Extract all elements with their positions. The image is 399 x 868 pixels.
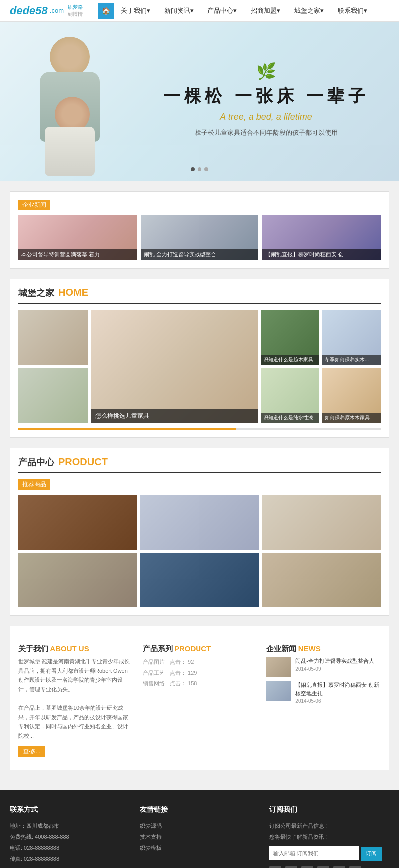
social-icon-weibo[interactable]: W <box>269 866 281 868</box>
product-item-6[interactable] <box>262 553 381 607</box>
nav-item-product[interactable]: 产品中心▾ <box>200 0 244 22</box>
home-right-item-4[interactable]: 如何保养原木木家具 <box>322 368 381 423</box>
about-us-title-en: ABOUT US <box>50 644 89 653</box>
footer-free-call: 免费热线: 4008-888-888 <box>10 831 130 842</box>
footer-social-icons: W Q D V M R <box>269 866 389 868</box>
about-us-desc: 世罗城堡·诞建是河南黄湖北千专业青少年成长具品牌，拥有看大利都市设计师Rober… <box>18 657 133 740</box>
company-news-badge: 企业新闻 <box>18 200 50 210</box>
home-right-item-1[interactable]: 识知道什么是趋木家具 <box>261 310 319 365</box>
nav-item-news[interactable]: 新闻资讯▾ <box>157 0 200 22</box>
product-item-2[interactable] <box>140 495 259 550</box>
home-castle-section: 城堡之家 HOME 怎么样挑选儿童家具 识知道什么是趋木家具 <box>10 279 389 438</box>
footer-link-1[interactable]: 织梦源码 <box>140 820 259 831</box>
product-list-item-1[interactable]: 产品图片 点击： 92 <box>143 657 257 668</box>
home-title-en: HOME <box>58 287 88 298</box>
nav-item-join[interactable]: 招商加盟▾ <box>244 0 287 22</box>
footer-address: 地址：四川成都都市 <box>10 820 130 831</box>
social-icon-mail[interactable]: M <box>333 866 345 868</box>
footer-link-2[interactable]: 技术支持 <box>140 831 259 842</box>
banner-figure <box>10 32 160 181</box>
footer-subscribe-form: 订阅 <box>269 846 389 861</box>
header: dede58 .com 织梦路 到博情 🏠 关于我们▾ 新闻资讯▾ 产品中心▾ … <box>0 0 399 22</box>
product-item-1[interactable] <box>18 495 137 550</box>
home-left-item-2[interactable] <box>18 368 88 423</box>
news-card-1-label: 本公司督导特训营圆满落幕 着力 <box>18 249 137 260</box>
home-main-feature[interactable]: 怎么样挑选儿童家具 <box>91 310 258 423</box>
social-icon-video[interactable]: V <box>317 866 329 868</box>
nav-item-contact[interactable]: 联系我们▾ <box>331 0 374 22</box>
product-section-header: 产品中心 PRODUCT <box>18 456 381 473</box>
home-progress-bar-container <box>18 428 381 430</box>
footer-subscribe-line2: 您将最快了解新品资讯！ <box>269 831 389 842</box>
banner-dot-1[interactable] <box>191 167 195 171</box>
product-list-item-3[interactable]: 销售网络 点击： 158 <box>143 678 257 689</box>
banner-text-block: 🌿 一棵松 一张床 一辈子 A tree, a bed, a lifetime … <box>163 62 369 137</box>
logo-com: .com <box>50 7 64 14</box>
footer-link-3[interactable]: 织梦模板 <box>140 842 259 853</box>
nav-home-icon[interactable]: 🏠 <box>98 3 114 19</box>
nav-item-about[interactable]: 关于我们▾ <box>114 0 157 22</box>
main-content: 企业新闻 本公司督导特训营圆满落幕 着力 闹乱-全力打造督导实战型整合 【闹乱直… <box>0 181 399 790</box>
product-badge: 推荐商品 <box>18 479 50 490</box>
enterprise-news-date-2: 2014-05-06 <box>295 698 381 704</box>
home-title-cn: 城堡之家 <box>18 287 54 299</box>
home-progress-bar <box>18 428 236 430</box>
home-right-item-2[interactable]: 冬季如何保养实木... <box>322 310 381 365</box>
hero-banner: 🌿 一棵松 一张床 一辈子 A tree, a bed, a lifetime … <box>0 22 399 181</box>
enterprise-news-text-2: 【闹乱直报】慕罗时尚穗西安 创新核空地生扎 2014-05-06 <box>295 681 381 704</box>
logo-text: dede58 <box>10 4 48 17</box>
about-us-col: 关于我们 ABOUT US 世罗城堡·诞建是河南黄湖北千专业青少年成长具品牌，拥… <box>18 644 133 757</box>
news-grid: 本公司督导特训营圆满落幕 着力 闹乱-全力打造督导实战型整合 【闹乱直报】慕罗时… <box>18 215 381 260</box>
social-icon-douban[interactable]: D <box>301 866 313 868</box>
home-right-label-4: 如何保养原木木家具 <box>322 413 381 423</box>
news-card-3[interactable]: 【闹乱直报】慕罗时尚穗西安 创 <box>262 215 381 260</box>
home-right-label-3: 识知道什么是纯水性漆 <box>261 413 319 423</box>
about-us-title-cn: 关于我们 <box>18 644 48 653</box>
product-list-items: 产品图片 点击： 92 产品工艺 点击： 129 销售网络 点击： 158 <box>143 657 257 689</box>
footer-phone: 电话: 028-88888888 <box>10 842 130 853</box>
news-card-1[interactable]: 本公司督导特训营圆满落幕 着力 <box>18 215 137 260</box>
home-left-column <box>18 310 88 423</box>
enterprise-news-date-1: 2014-05-09 <box>295 666 381 672</box>
enterprise-news-item-2[interactable]: 【闹乱直报】慕罗时尚穗西安 创新核空地生扎 2014-05-06 <box>266 681 381 704</box>
product-grid <box>18 495 381 607</box>
footer-subscribe-input[interactable] <box>269 846 359 860</box>
product-list-col: 产品系列 PRODUCT 产品图片 点击： 92 产品工艺 点击： 129 <box>143 644 257 757</box>
bottom-info-grid: 关于我们 ABOUT US 世罗城堡·诞建是河南黄湖北千专业青少年成长具品牌，拥… <box>18 634 381 762</box>
product-section: 产品中心 PRODUCT 推荐商品 <box>10 448 389 616</box>
banner-leaf-icon: 🌿 <box>163 62 369 81</box>
enterprise-news-item-1[interactable]: 闹乱-全力打造督导实战型整合人 2014-05-09 <box>266 657 381 677</box>
logo: dede58 .com 织梦路 到博情 <box>10 4 83 18</box>
product-list-title-cn: 产品系列 <box>143 644 173 653</box>
footer-contact-title: 联系方式 <box>10 805 130 814</box>
product-item-4[interactable] <box>18 553 137 607</box>
nav-item-home[interactable]: 城堡之家▾ <box>287 0 331 22</box>
home-left-image-2 <box>18 368 88 423</box>
logo-slogan2: 到博情 <box>68 11 83 18</box>
enterprise-news-text-1: 闹乱-全力打造督导实战型整合人 2014-05-09 <box>295 657 381 672</box>
read-more-button[interactable]: 查·多... <box>18 746 45 757</box>
news-card-2[interactable]: 闹乱-全力打造督导实战型整合 <box>141 215 259 260</box>
footer-subscribe-line1: 订阅公司最新产品信息！ <box>269 820 389 831</box>
banner-subtitle: A tree, a bed, a lifetime <box>163 112 369 122</box>
footer-links-col: 友情链接 织梦源码 技术支持 织梦模板 <box>140 805 259 868</box>
enterprise-news-title-cn: 企业新闻 <box>266 644 296 653</box>
home-content-grid: 怎么样挑选儿童家具 识知道什么是趋木家具 冬季如何保养实木... 识知道什么是纯… <box>18 310 381 423</box>
home-left-item-1[interactable] <box>18 310 88 365</box>
enterprise-news-title-1: 闹乱-全力打造督导实战型整合人 <box>295 657 381 665</box>
home-right-label-2: 冬季如何保养实木... <box>322 355 381 365</box>
product-title-cn: 产品中心 <box>18 456 54 468</box>
home-left-image-1 <box>18 310 88 365</box>
social-icon-rss[interactable]: R <box>349 866 361 868</box>
footer-subscribe-button[interactable]: 订阅 <box>361 847 382 861</box>
footer-fax: 传真: 028-88888888 <box>10 853 130 864</box>
social-icon-qq[interactable]: Q <box>285 866 297 868</box>
banner-dot-2[interactable] <box>198 167 201 171</box>
enterprise-news-title-2: 【闹乱直报】慕罗时尚穗西安 创新核空地生扎 <box>295 681 381 697</box>
product-item-3[interactable] <box>262 495 381 550</box>
product-item-5[interactable] <box>140 553 259 607</box>
news-card-3-label: 【闹乱直报】慕罗时尚穗西安 创 <box>262 249 381 260</box>
product-list-item-2[interactable]: 产品工艺 点击： 129 <box>143 668 257 679</box>
home-right-item-3[interactable]: 识知道什么是纯水性漆 <box>261 368 319 423</box>
banner-dot-3[interactable] <box>204 167 208 171</box>
